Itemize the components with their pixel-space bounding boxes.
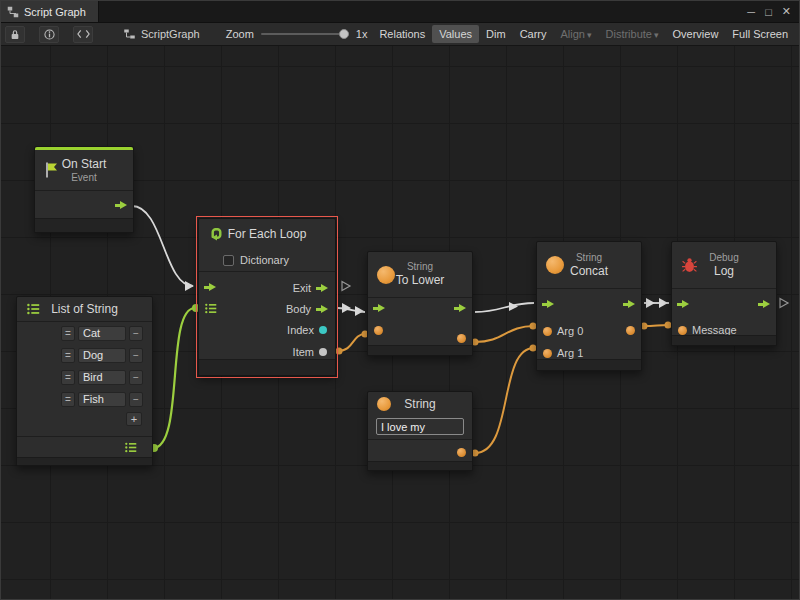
node-category: Debug — [709, 252, 738, 264]
drag-handle[interactable]: = — [61, 348, 75, 363]
flow-in-port[interactable] — [542, 299, 555, 310]
node-footer — [368, 345, 472, 355]
drag-handle[interactable]: = — [61, 326, 75, 341]
list-item-row: = − — [17, 388, 152, 410]
body-port[interactable]: Body — [286, 303, 329, 315]
object-port-dot — [319, 348, 327, 356]
drag-handle[interactable]: = — [61, 370, 75, 385]
string-value-input[interactable] — [376, 418, 464, 435]
node-title: To Lower — [396, 273, 445, 288]
node-category: String — [570, 252, 608, 264]
node-subtitle: Event — [62, 172, 107, 183]
wire-tolower-to-concat[interactable] — [475, 303, 534, 312]
string-unit-icon — [377, 397, 391, 411]
wire-tolower-to-arg0[interactable] — [475, 326, 534, 342]
align-button[interactable]: Align▾ — [554, 25, 599, 43]
exit-port[interactable]: Exit — [293, 282, 329, 294]
list-item-row: = − — [17, 366, 152, 388]
dictionary-checkbox[interactable] — [223, 255, 234, 266]
overview-button[interactable]: Overview — [666, 25, 726, 43]
dictionary-label: Dictionary — [240, 254, 289, 266]
wire-concat-to-message[interactable] — [644, 325, 669, 326]
edit-script-button[interactable] — [73, 26, 93, 43]
zoom-slider[interactable] — [261, 28, 349, 40]
string-port-dot — [678, 326, 687, 335]
fullscreen-button[interactable]: Full Screen — [725, 25, 795, 43]
remove-item-button[interactable]: − — [129, 370, 143, 385]
node-on-start[interactable]: On Start Event — [34, 146, 134, 233]
values-button[interactable]: Values — [432, 25, 479, 43]
node-for-each-loop[interactable]: For Each Loop Dictionary Exit Body Index — [198, 218, 336, 376]
node-list-of-string[interactable]: List of String = − = − = − — [16, 296, 153, 466]
node-string-literal[interactable]: String — [367, 391, 473, 471]
chevron-down-icon: ▾ — [587, 30, 592, 40]
remove-item-button[interactable]: − — [129, 326, 143, 341]
node-debug-log[interactable]: Debug Log Message — [671, 241, 777, 346]
wire-onstart-to-foreach[interactable] — [132, 206, 193, 286]
minimize-button[interactable]: ─ — [747, 6, 755, 18]
graph-canvas[interactable]: On Start Event List of String = — [1, 46, 800, 600]
relations-button[interactable]: Relations — [372, 25, 432, 43]
script-graph-window: Script Graph ─ □ ✕ Scri — [0, 0, 800, 600]
flow-in-port[interactable] — [373, 303, 386, 314]
node-footer — [17, 457, 152, 465]
node-title: On Start — [62, 157, 107, 172]
string-out-port[interactable] — [457, 448, 466, 457]
flow-out-port[interactable] — [454, 303, 467, 314]
list-item-input[interactable] — [78, 370, 126, 385]
tab-title: Script Graph — [24, 6, 86, 18]
code-icon — [77, 29, 90, 39]
flow-in-port[interactable] — [677, 299, 690, 310]
drag-handle[interactable]: = — [61, 392, 75, 407]
close-button[interactable]: ✕ — [782, 5, 791, 18]
maximize-button[interactable]: □ — [765, 6, 772, 18]
list-in-port[interactable] — [204, 302, 218, 315]
tab-script-graph[interactable]: Script Graph — [1, 1, 99, 22]
flow-arrow-icon — [316, 304, 329, 315]
distribute-button[interactable]: Distribute▾ — [599, 25, 666, 43]
list-out-icon — [124, 441, 138, 454]
node-title: Log — [709, 264, 738, 279]
breadcrumb[interactable]: ScriptGraph — [123, 28, 200, 40]
breadcrumb-label: ScriptGraph — [141, 28, 200, 40]
wire-item-to-tolower[interactable] — [338, 334, 365, 351]
flow-out-port[interactable] — [115, 200, 128, 211]
zoom-label: Zoom — [226, 28, 254, 40]
flag-icon — [44, 162, 60, 179]
remove-item-button[interactable]: − — [129, 392, 143, 407]
node-concat[interactable]: String Concat Arg 0 Arg 1 — [536, 241, 642, 371]
string-out-port[interactable] — [626, 326, 635, 335]
log-exit-stub — [780, 299, 788, 308]
arg1-port[interactable]: Arg 1 — [543, 347, 583, 359]
node-footer — [199, 359, 335, 375]
carry-button[interactable]: Carry — [513, 25, 554, 43]
inspect-button[interactable] — [39, 26, 59, 43]
string-in-port[interactable] — [374, 326, 383, 335]
lock-button[interactable] — [5, 26, 25, 43]
arg0-port[interactable]: Arg 0 — [543, 325, 583, 337]
lock-icon — [10, 29, 20, 40]
wire-list-to-foreach[interactable] — [153, 308, 195, 448]
flow-out-port[interactable] — [758, 299, 771, 310]
remove-item-button[interactable]: − — [129, 348, 143, 363]
list-item-input[interactable] — [78, 348, 126, 363]
node-footer — [35, 218, 133, 232]
list-item-input[interactable] — [78, 392, 126, 407]
exit-port-stub — [342, 282, 350, 291]
item-port[interactable]: Item — [293, 346, 327, 358]
index-port[interactable]: Index — [287, 324, 327, 336]
flow-out-port[interactable] — [623, 299, 636, 310]
list-item-input[interactable] — [78, 326, 126, 341]
dim-button[interactable]: Dim — [479, 25, 513, 43]
zoom-slider-knob[interactable] — [339, 29, 349, 39]
node-to-lower[interactable]: String To Lower — [367, 251, 473, 356]
info-icon — [44, 29, 55, 40]
flow-in-port[interactable] — [204, 282, 217, 293]
string-out-port[interactable] — [457, 334, 466, 343]
bug-icon — [681, 257, 698, 274]
zoom-slider-track[interactable] — [261, 33, 349, 35]
wire-literal-to-arg1[interactable] — [475, 348, 534, 453]
node-title: List of String — [51, 302, 118, 317]
add-item-button[interactable]: + — [126, 412, 142, 426]
graph-toolbar: ScriptGraph Zoom 1x Relations Values Dim… — [1, 23, 799, 46]
